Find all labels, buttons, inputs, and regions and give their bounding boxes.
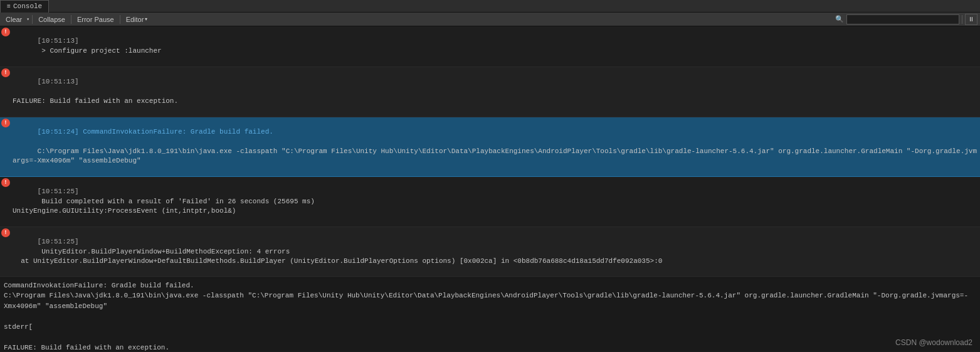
collapse-button[interactable]: Collapse: [35, 14, 68, 25]
separator-3: [120, 15, 120, 24]
detail-panel: CommandInvokationFailure: Gradle build f…: [0, 277, 980, 351]
log-entry-4[interactable]: ! [10:51:25] Build completed with a resu…: [0, 177, 980, 227]
log-text-5: [10:51:25] UnityEditor.BuildPlayerWindow…: [13, 228, 979, 276]
log-entry-5[interactable]: ! [10:51:25] UnityEditor.BuildPlayerWind…: [0, 227, 980, 277]
clear-button[interactable]: Clear: [3, 14, 25, 25]
separator-2: [71, 15, 71, 24]
log-text-4: [10:51:25] Build completed with a result…: [13, 178, 979, 226]
console-tab[interactable]: ≡ Console: [0, 0, 49, 13]
search-input[interactable]: [846, 14, 959, 24]
error-icon-2: !: [1, 68, 10, 77]
log-message-4: Build completed with a result of 'Failed…: [13, 198, 315, 215]
search-icon: 🔍: [835, 15, 844, 23]
log-text-1: [10:51:13] > Configure project :launcher: [13, 27, 979, 66]
detail-line-stderr: stderr[: [4, 322, 976, 333]
log-entry-1[interactable]: ! [10:51:13] > Configure project :launch…: [0, 26, 980, 67]
log-text-3: [10:51:24] CommandInvokationFailure: Gra…: [13, 118, 979, 176]
error-pause-button[interactable]: Error Pause: [74, 14, 117, 25]
timestamp-2: [10:51:13]: [38, 78, 79, 85]
console-tab-label: Console: [13, 3, 42, 10]
detail-line-1: CommandInvokationFailure: Gradle build f…: [4, 280, 976, 291]
log-detail-3: C:\Program Files\Java\jdk1.8.0_191\bin\j…: [13, 147, 977, 164]
error-icon-5: !: [1, 228, 10, 237]
watermark: CSDN @wodownload2: [895, 338, 972, 347]
timestamp-4: [10:51:25]: [38, 188, 79, 195]
timestamp-5: [10:51:25]: [38, 238, 79, 245]
detail-line-failure: FAILURE: Build failed with an exception.: [4, 343, 976, 351]
pause-icon: ⏸: [968, 16, 974, 23]
error-icon-4: !: [1, 178, 10, 187]
log-timestamp-3: [10:51:24] CommandInvokationFailure: Gra…: [38, 128, 273, 136]
error-icon-3: !: [1, 119, 10, 127]
tab-bar: ≡ Console: [0, 0, 980, 13]
separator-4: [962, 15, 962, 24]
log-message-1: > Configure project :launcher: [38, 47, 162, 55]
editor-chevron: ▾: [145, 16, 147, 22]
detail-line-2: C:\Program Files\Java\jdk1.8.0_191\bin\j…: [4, 291, 976, 311]
log-message-2: FAILURE: Build failed with an exception.: [13, 97, 178, 105]
clear-chevron: ▾: [26, 16, 29, 22]
log-message-5: UnityEditor.BuildPlayerWindow+BuildMetho…: [13, 248, 662, 265]
editor-button[interactable]: Editor ▾: [123, 14, 151, 25]
console-content: ! [10:51:13] > Configure project :launch…: [0, 26, 980, 351]
timestamp-1: [10:51:13]: [38, 37, 79, 45]
editor-label: Editor: [126, 16, 144, 23]
log-entry-2[interactable]: ! [10:51:13] FAILURE: Build failed with …: [0, 67, 980, 117]
console-tab-icon: ≡: [7, 3, 11, 10]
log-entry-3[interactable]: ! [10:51:24] CommandInvokationFailure: G…: [0, 117, 980, 177]
toolbar: Clear ▾ Collapse Error Pause Editor ▾ 🔍 …: [0, 13, 980, 26]
pause-button[interactable]: ⏸: [965, 14, 977, 25]
log-text-2: [10:51:13] FAILURE: Build failed with an…: [13, 68, 979, 116]
separator-1: [32, 15, 33, 24]
error-icon-1: !: [1, 28, 10, 36]
